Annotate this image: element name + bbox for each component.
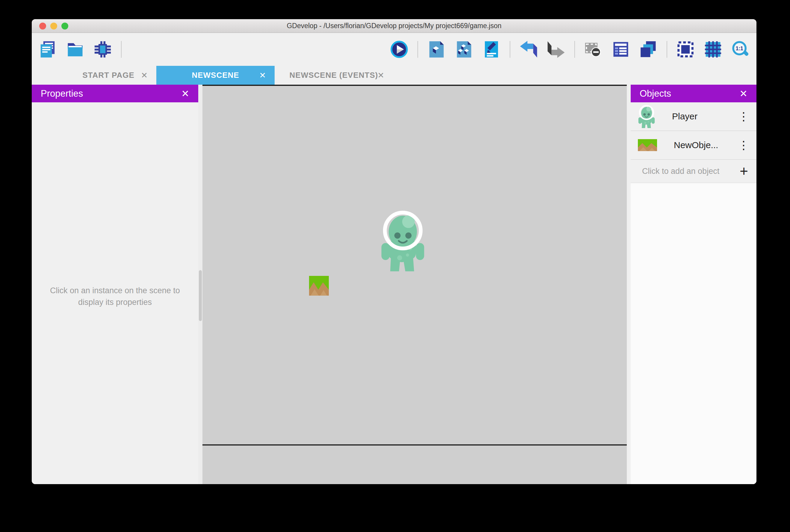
debugger-icon[interactable] (93, 40, 112, 59)
redo-icon[interactable] (547, 40, 565, 59)
object-groups-icon[interactable] (455, 40, 473, 59)
toolbar-separator (510, 41, 510, 58)
tab-newscene[interactable]: NEWSCENE ✕ (156, 66, 275, 85)
object-row-player[interactable]: Player ⋮ (631, 102, 756, 131)
tab-close-icon[interactable]: ✕ (141, 71, 148, 80)
grass-platform-instance[interactable] (309, 276, 329, 296)
tab-close-icon[interactable]: ✕ (377, 71, 385, 80)
tab-label: NEWSCENE (EVENTS) (290, 71, 378, 80)
add-object-row[interactable]: Click to add an object + (631, 160, 756, 183)
toolbar-separator (418, 41, 418, 58)
minimize-window-button[interactable] (50, 22, 57, 29)
toolbar-left-group (38, 40, 122, 59)
object-row-newobject[interactable]: NewObje... ⋮ (631, 131, 756, 160)
objects-panel-title: Objects (640, 88, 671, 99)
properties-panel-title: Properties (41, 88, 83, 99)
tab-close-icon[interactable]: ✕ (259, 71, 266, 80)
add-object-hint: Click to add an object (642, 167, 740, 176)
tab-newscene-events[interactable]: NEWSCENE (EVENTS) ✕ (275, 66, 393, 85)
instances-list-icon[interactable] (611, 40, 630, 59)
grass-platform-icon (638, 139, 657, 151)
tab-label: NEWSCENE (192, 71, 239, 80)
object-label: Player (672, 111, 737, 121)
close-icon[interactable]: ✕ (181, 89, 189, 98)
undo-icon[interactable] (519, 40, 538, 59)
player-sprite-instance[interactable] (380, 209, 425, 273)
object-label: NewObje... (674, 140, 737, 150)
properties-scrollbar[interactable] (198, 85, 202, 484)
kebab-menu-icon[interactable]: ⋮ (737, 138, 750, 152)
properties-panel-header: Properties ✕ (32, 85, 198, 102)
scene-properties-icon[interactable] (482, 40, 501, 59)
plus-icon[interactable]: + (740, 164, 748, 178)
properties-empty-hint: Click on an instance on the scene to dis… (48, 285, 182, 308)
main-toolbar: 1:1 (32, 33, 756, 66)
objects-panel: Objects ✕ Player ⋮ NewObje... ⋮ Click to… (631, 85, 756, 484)
player-sprite-icon (638, 104, 655, 129)
grid-icon[interactable] (704, 40, 722, 59)
tab-bar: START PAGE ✕ NEWSCENE ✕ NEWSCENE (EVENTS… (32, 66, 756, 85)
new-project-icon[interactable] (38, 40, 57, 59)
objects-panel-empty-area (631, 183, 756, 484)
toolbar-separator (574, 41, 575, 58)
window-title: GDevelop - /Users/florian/GDevelop proje… (287, 22, 501, 30)
toolbar-separator (121, 41, 122, 58)
close-window-button[interactable] (39, 22, 46, 29)
delete-instances-icon[interactable] (584, 40, 603, 59)
gdevelop-window: GDevelop - /Users/florian/GDevelop proje… (32, 19, 756, 484)
scrollbar-thumb[interactable] (199, 270, 202, 321)
toolbar-separator (667, 41, 667, 58)
title-bar[interactable]: GDevelop - /Users/florian/GDevelop proje… (32, 19, 756, 33)
properties-panel-body: Click on an instance on the scene to dis… (32, 102, 198, 484)
open-project-icon[interactable] (66, 40, 85, 59)
traffic-lights (39, 22, 68, 29)
close-icon[interactable]: ✕ (739, 89, 748, 98)
svg-text:1:1: 1:1 (736, 45, 743, 52)
tab-label: START PAGE (82, 71, 134, 80)
panel-divider (627, 85, 631, 484)
scene-canvas[interactable] (202, 85, 627, 484)
objects-panel-header: Objects ✕ (631, 85, 756, 102)
editor-content: Properties ✕ Click on an instance on the… (32, 85, 756, 484)
layers-editor-icon[interactable] (639, 40, 658, 59)
zoom-1-1-icon[interactable]: 1:1 (731, 40, 750, 59)
kebab-menu-icon[interactable]: ⋮ (737, 110, 750, 123)
toolbar-right-group: 1:1 (390, 40, 750, 59)
window-mask-icon[interactable] (676, 40, 695, 59)
tab-start-page[interactable]: START PAGE ✕ (60, 66, 156, 85)
properties-panel: Properties ✕ Click on an instance on the… (32, 85, 198, 484)
zoom-window-button[interactable] (61, 22, 68, 29)
scene-window-border-line (202, 444, 627, 445)
objects-editor-icon[interactable] (427, 40, 446, 59)
preview-play-icon[interactable] (390, 40, 408, 59)
